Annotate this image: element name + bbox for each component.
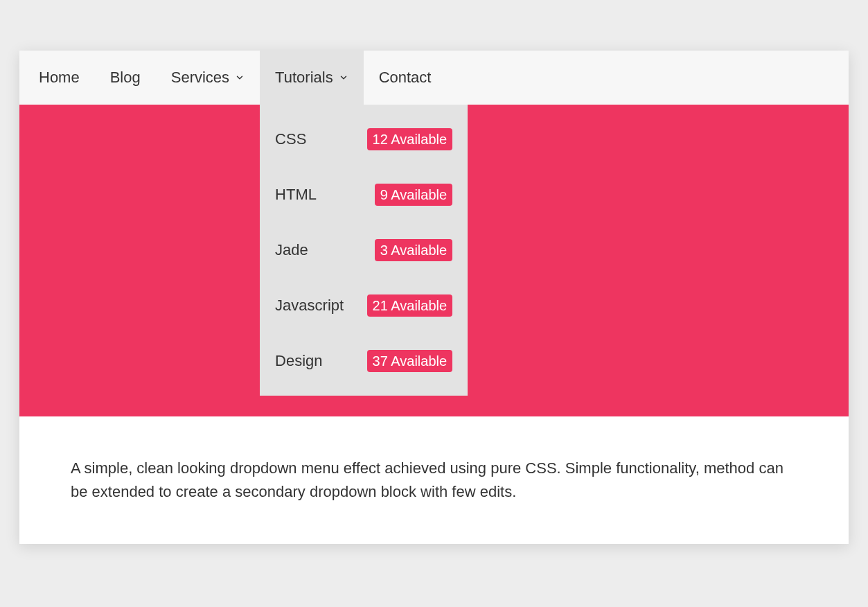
chevron-down-icon [235,73,245,82]
dropdown-item-label: Jade [275,241,308,259]
dropdown-item-label: Design [275,352,322,370]
main-nav: Home Blog Services Tutorials CSS 12 Avai… [19,51,849,105]
dropdown-item-design[interactable]: Design 37 Available [260,333,468,389]
availability-badge: 3 Available [375,239,452,261]
dropdown-item-javascript[interactable]: Javascript 21 Available [260,278,468,333]
dropdown-item-jade[interactable]: Jade 3 Available [260,222,468,278]
dropdown-item-label: HTML [275,186,317,204]
description-box: A simple, clean looking dropdown menu ef… [19,416,849,544]
dropdown-item-label: CSS [275,130,306,148]
dropdown-item-html[interactable]: HTML 9 Available [260,167,468,222]
availability-badge: 21 Available [367,294,453,317]
tutorials-dropdown: CSS 12 Available HTML 9 Available Jade 3… [260,105,468,396]
nav-item-label: Services [171,69,229,87]
nav-item-services[interactable]: Services [156,51,260,105]
dropdown-item-label: Javascript [275,297,344,315]
nav-item-tutorials[interactable]: Tutorials CSS 12 Available HTML 9 Availa… [260,51,364,105]
dropdown-item-css[interactable]: CSS 12 Available [260,112,468,167]
nav-item-contact[interactable]: Contact [364,51,447,105]
description-text: A simple, clean looking dropdown menu ef… [71,457,797,504]
page-card: Home Blog Services Tutorials CSS 12 Avai… [19,51,849,544]
chevron-down-icon [339,73,348,82]
nav-item-label: Contact [379,69,432,87]
availability-badge: 37 Available [367,350,453,372]
availability-badge: 12 Available [367,128,453,150]
nav-item-home[interactable]: Home [24,51,95,105]
nav-item-label: Home [39,69,80,87]
nav-item-label: Blog [110,69,141,87]
nav-item-blog[interactable]: Blog [95,51,156,105]
nav-item-label: Tutorials [275,69,333,87]
availability-badge: 9 Available [375,184,452,206]
